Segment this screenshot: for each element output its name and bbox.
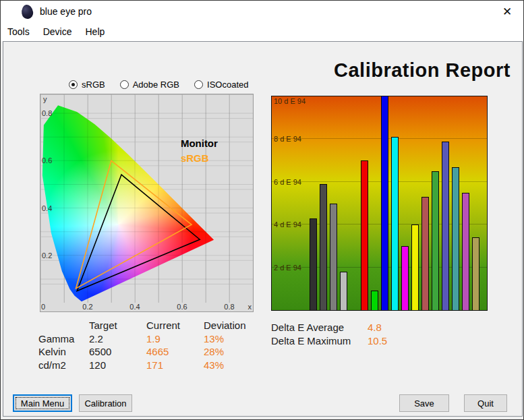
y-tick-label: 0.8	[42, 109, 52, 117]
measurements-table: Target Current Deviation Gamma 2.2 1.9 1…	[38, 320, 268, 372]
delta-e-tick-label: 6 d E 94	[274, 178, 301, 186]
chromaticity-grid: y Monitor sRGB 0.20.40.60.8	[40, 94, 253, 303]
delta-e-bar-14	[452, 167, 459, 310]
delta-e-bar-1	[310, 218, 317, 310]
gamut-triangles-svg	[40, 94, 253, 303]
radio-isocoated[interactable]: ISOcoated	[194, 80, 248, 90]
delta-e-bar-13	[442, 142, 449, 310]
menu-device[interactable]: Device	[43, 24, 79, 40]
quit-button[interactable]: Quit	[464, 394, 507, 412]
bar-gridline	[272, 138, 487, 139]
delta-e-bar-15	[462, 193, 469, 310]
radio-adobe-rgb-label: Adobe RGB	[133, 80, 179, 90]
delta-e-bar-12	[432, 171, 439, 310]
menu-tools[interactable]: Tools	[7, 24, 36, 40]
legend-srgb-label: sRGB	[181, 151, 218, 166]
x-tick-label: 0.6	[177, 303, 187, 311]
radio-adobe-rgb[interactable]: Adobe RGB	[120, 80, 179, 90]
radio-isocoated-label: ISOcoated	[207, 80, 248, 90]
gamut-triangle-srgb	[76, 160, 192, 289]
delta-e-bar-10	[411, 224, 419, 310]
x-axis-letter: x	[248, 303, 252, 311]
gamut-legend: Monitor sRGB	[181, 136, 218, 166]
delta-e-bar-4	[340, 272, 347, 310]
close-icon[interactable]: ✕	[498, 3, 517, 20]
delta-e-bar-7	[381, 96, 388, 310]
gamut-triangle-monitor	[77, 175, 200, 291]
row-cdm2-target: 120	[89, 359, 146, 373]
row-kelvin-target: 6500	[89, 346, 146, 359]
row-cdm2-deviation: 43%	[204, 359, 268, 373]
delta-e-bar-11	[421, 197, 429, 310]
x-tick-label: 0.8	[224, 303, 234, 311]
main-menu-button[interactable]: Main Menu	[13, 394, 72, 412]
row-gamma-deviation: 13%	[204, 333, 268, 347]
delta-e-bar-3	[330, 204, 337, 311]
radio-srgb-label: sRGB	[82, 80, 105, 90]
x-axis-strip: x 00.20.40.60.8	[40, 303, 253, 311]
delta-e-bar-6	[371, 291, 378, 310]
app-window: blue eye pro ✕ Tools Device Help Calibra…	[0, 0, 524, 420]
row-gamma-target: 2.2	[89, 333, 146, 347]
x-tick-label: 0	[41, 303, 45, 311]
title-bar: blue eye pro ✕	[1, 1, 523, 22]
menu-bar: Tools Device Help	[1, 22, 523, 41]
y-tick-label: 0.4	[42, 204, 52, 212]
delta-e-tick-label: 10 d E 94	[274, 97, 305, 105]
delta-e-maximum-value: 10.5	[368, 335, 387, 347]
page-title: Calibration Report	[334, 59, 511, 82]
x-tick-label: 0.2	[82, 303, 92, 311]
delta-e-bar-8	[391, 137, 399, 310]
row-cdm2-label: cd/m2	[38, 359, 89, 373]
delta-e-bar-5	[361, 160, 368, 310]
delta-e-bar-area: 2 d E 944 d E 946 d E 948 d E 9410 d E 9…	[272, 96, 487, 310]
radio-srgb[interactable]: sRGB	[69, 80, 105, 90]
delta-e-bar-9	[401, 246, 409, 310]
radio-circle-icon	[120, 80, 129, 89]
delta-e-bar-16	[472, 237, 479, 310]
row-kelvin-current: 4665	[146, 346, 204, 359]
content-panel: Calibration Report sRGB Adobe RGB ISOcoa…	[3, 41, 523, 417]
col-header-empty	[38, 320, 89, 333]
save-button[interactable]: Save	[399, 394, 449, 412]
delta-e-maximum-label: Delta E Maximum	[271, 335, 368, 347]
col-header-current: Current	[146, 320, 204, 333]
radio-circle-icon	[194, 80, 203, 89]
menu-help[interactable]: Help	[85, 24, 111, 40]
x-tick-label: 0.4	[129, 303, 140, 311]
y-tick-label: 0.6	[42, 156, 52, 164]
app-egg-icon	[21, 4, 34, 20]
row-cdm2-current: 171	[146, 359, 204, 373]
legend-monitor-label: Monitor	[181, 136, 218, 151]
row-kelvin-deviation: 28%	[204, 346, 268, 359]
col-header-deviation: Deviation	[204, 320, 268, 333]
radio-circle-icon	[69, 80, 78, 89]
delta-e-average-label: Delta E Average	[271, 322, 368, 333]
y-axis-letter: y	[43, 95, 47, 103]
calibration-button[interactable]: Calibration	[79, 394, 132, 412]
row-gamma-label: Gamma	[38, 333, 89, 347]
profile-radio-group: sRGB Adobe RGB ISOcoated	[69, 80, 248, 90]
row-kelvin-label: Kelvin	[38, 346, 89, 359]
delta-e-bar-2	[320, 184, 327, 310]
y-tick-label: 0.2	[42, 251, 52, 260]
delta-e-average-value: 4.8	[368, 322, 382, 333]
row-gamma-current: 1.9	[146, 333, 204, 347]
delta-e-tick-label: 4 d E 94	[274, 220, 301, 229]
chromaticity-diagram: y Monitor sRGB 0.20.40.60.8 x 00.20.40.6…	[40, 94, 254, 312]
delta-e-tick-label: 8 d E 94	[274, 135, 301, 143]
delta-e-bar-chart: 2 d E 944 d E 946 d E 948 d E 9410 d E 9…	[271, 96, 488, 311]
delta-e-summary: Delta E Average 4.8 Delta E Maximum 10.5	[271, 320, 387, 347]
delta-e-tick-label: 2 d E 94	[274, 264, 301, 272]
col-header-target: Target	[89, 320, 146, 333]
window-title: blue eye pro	[40, 6, 92, 17]
